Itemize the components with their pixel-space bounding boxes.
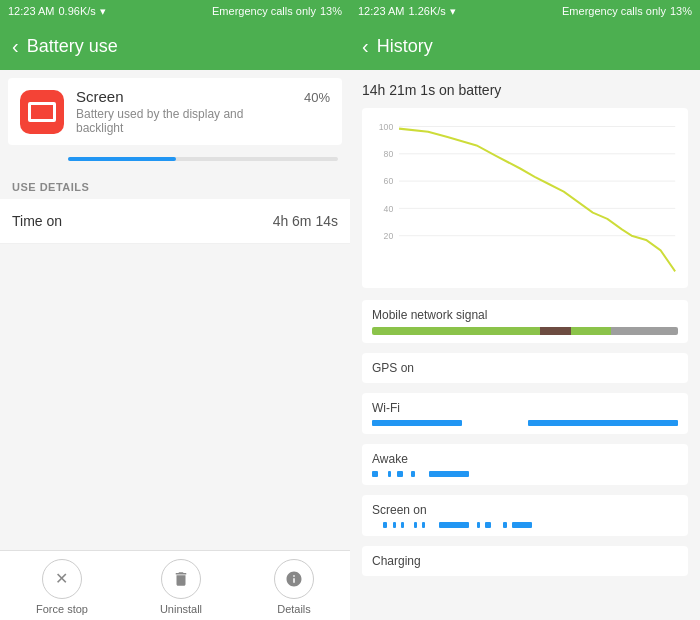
left-page-title: Battery use	[27, 36, 118, 57]
awake-section: Awake	[362, 444, 688, 485]
awake-bar	[372, 471, 678, 477]
right-page-title: History	[377, 36, 433, 57]
uninstall-label: Uninstall	[160, 603, 202, 615]
wifi-label: Wi-Fi	[372, 401, 678, 415]
history-content: 14h 21m 1s on battery 100 80 60 40 20	[350, 70, 700, 620]
mobile-signal-bar	[372, 327, 678, 335]
details-icon	[274, 559, 314, 599]
progress-bar-bg	[68, 157, 338, 161]
svg-text:100: 100	[379, 121, 394, 131]
right-back-button[interactable]: ‹	[362, 35, 369, 58]
svg-text:40: 40	[384, 203, 394, 213]
gps-label: GPS on	[372, 361, 678, 375]
right-battery: 13%	[670, 5, 692, 17]
wifi-section: Wi-Fi	[362, 393, 688, 434]
details-label: Details	[277, 603, 311, 615]
left-time: 12:23 AM	[8, 5, 54, 17]
app-info-text: Screen Battery used by the display and b…	[76, 88, 292, 135]
screen-on-section: Screen on	[362, 495, 688, 536]
app-icon	[20, 90, 64, 134]
app-info-card: Screen Battery used by the display and b…	[8, 78, 342, 145]
mobile-signal-label: Mobile network signal	[372, 308, 678, 322]
svg-text:80: 80	[384, 149, 394, 159]
screen-on-bar	[372, 522, 678, 528]
wifi-bar	[372, 420, 678, 426]
time-on-row: Time on 4h 6m 14s	[0, 199, 350, 244]
charging-section: Charging	[362, 546, 688, 576]
details-button[interactable]: Details	[274, 559, 314, 615]
awake-label: Awake	[372, 452, 678, 466]
left-wifi-icon: ▾	[100, 5, 106, 18]
app-description: Battery used by the display and backligh…	[76, 107, 292, 135]
left-emergency: Emergency calls only	[212, 5, 316, 17]
gps-section: GPS on	[362, 353, 688, 383]
left-back-button[interactable]: ‹	[12, 35, 19, 58]
right-status-bar: 12:23 AM 1.26K/s ▾ Emergency calls only …	[350, 0, 700, 22]
charging-label: Charging	[372, 554, 678, 568]
battery-on-time: 14h 21m 1s on battery	[362, 82, 688, 98]
force-stop-label: Force stop	[36, 603, 88, 615]
uninstall-button[interactable]: Uninstall	[160, 559, 202, 615]
app-name: Screen	[76, 88, 292, 105]
uninstall-icon	[161, 559, 201, 599]
bottom-actions: ✕ Force stop Uninstall Details	[0, 550, 350, 620]
left-network-speed: 0.96K/s	[58, 5, 95, 17]
left-status-bar: 12:23 AM 0.96K/s ▾ Emergency calls only …	[0, 0, 350, 22]
svg-text:60: 60	[384, 176, 394, 186]
left-battery: 13%	[320, 5, 342, 17]
use-details-header: USE DETAILS	[0, 169, 350, 199]
screen-icon	[28, 102, 56, 122]
battery-chart-svg: 100 80 60 40 20	[370, 116, 680, 284]
app-battery-percent: 40%	[304, 90, 330, 105]
right-emergency: Emergency calls only	[562, 5, 666, 17]
time-on-label: Time on	[12, 213, 62, 229]
right-wifi-icon: ▾	[450, 5, 456, 18]
force-stop-icon: ✕	[42, 559, 82, 599]
left-top-bar: ‹ Battery use	[0, 22, 350, 70]
right-network-speed: 1.26K/s	[408, 5, 445, 17]
screen-on-label: Screen on	[372, 503, 678, 517]
time-on-value: 4h 6m 14s	[273, 213, 338, 229]
battery-chart: 100 80 60 40 20	[362, 108, 688, 288]
force-stop-button[interactable]: ✕ Force stop	[36, 559, 88, 615]
right-time: 12:23 AM	[358, 5, 404, 17]
right-top-bar: ‹ History	[350, 22, 700, 70]
svg-text:20: 20	[384, 231, 394, 241]
progress-bar-fill	[68, 157, 176, 161]
right-panel: 12:23 AM 1.26K/s ▾ Emergency calls only …	[350, 0, 700, 620]
battery-progress-container	[0, 153, 350, 169]
mobile-signal-section: Mobile network signal	[362, 300, 688, 343]
